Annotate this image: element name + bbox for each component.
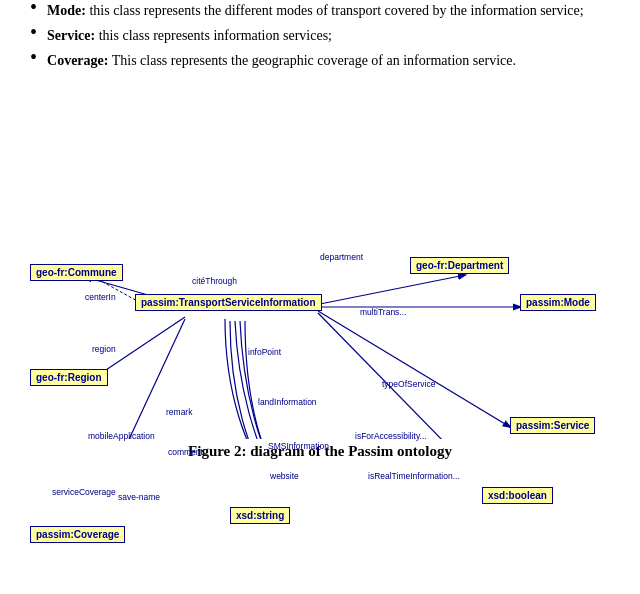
node-mode: passim:Mode (520, 294, 596, 311)
bullet-list: • Mode: this class represents the differ… (30, 0, 610, 71)
list-item-service: • Service: this class represents informa… (30, 25, 610, 46)
text-mode: this class represents the different mode… (86, 3, 584, 18)
edge-label-website: website (270, 471, 299, 481)
bullet-dot: • (30, 0, 37, 19)
edge-label-landinformation: landInformation (258, 397, 317, 407)
node-department: geo-fr:Department (410, 257, 509, 274)
svg-line-5 (318, 313, 492, 439)
bullet-text-mode: Mode: this class represents the differen… (47, 0, 610, 21)
node-string: xsd:string (230, 507, 290, 524)
node-service: passim:Service (510, 417, 595, 434)
edge-label-mobileapp: mobileApplication (88, 431, 155, 441)
text-service: this class represents information servic… (95, 28, 332, 43)
node-boolean: xsd:boolean (482, 487, 553, 504)
edge-label-centerin: centerIn (85, 292, 116, 302)
page-content: • Mode: this class represents the differ… (0, 0, 640, 460)
bullet-text-coverage: Coverage: This class represents the geog… (47, 50, 610, 71)
edge-label-isrealtime: isRealTimeInformation... (368, 471, 460, 481)
edge-label-comment: comment (168, 447, 203, 457)
list-item-mode: • Mode: this class represents the differ… (30, 0, 610, 21)
edge-label-multitrans: multiTrans... (360, 307, 406, 317)
list-item-coverage: • Coverage: This class represents the ge… (30, 50, 610, 71)
edge-label-savename: save-name (118, 492, 160, 502)
term-service: Service: (47, 28, 95, 43)
edge-label-infopoint: infoPoint (248, 347, 281, 357)
node-transportservice: passim:TransportServiceInformation (135, 294, 322, 311)
term-mode: Mode: (47, 3, 86, 18)
edge-label-typeofservice: typeOfService (382, 379, 435, 389)
edge-label-isaccessibility: isForAccessibility... (355, 431, 427, 441)
term-coverage: Coverage: (47, 53, 108, 68)
bullet-text-service: Service: this class represents informati… (47, 25, 610, 46)
ontology-diagram: geo-fr:Commune passim:TransportServiceIn… (30, 79, 610, 439)
bullet-dot-3: • (30, 46, 37, 69)
node-region: geo-fr:Region (30, 369, 108, 386)
text-coverage: This class represents the geographic cov… (108, 53, 516, 68)
svg-line-2 (315, 275, 465, 305)
node-coverage: passim:Coverage (30, 526, 125, 543)
edge-label-citethrough: citéThrough (192, 276, 237, 286)
edge-label-department: department (320, 252, 363, 262)
edge-label-region: region (92, 344, 116, 354)
edge-label-servicecoverage: serviceCoverage (52, 487, 116, 497)
edge-label-remark: remark (166, 407, 192, 417)
svg-line-4 (318, 311, 510, 427)
edge-label-smsinformation: SMSInformation (268, 441, 329, 451)
node-commune: geo-fr:Commune (30, 264, 123, 281)
bullet-dot-2: • (30, 21, 37, 44)
